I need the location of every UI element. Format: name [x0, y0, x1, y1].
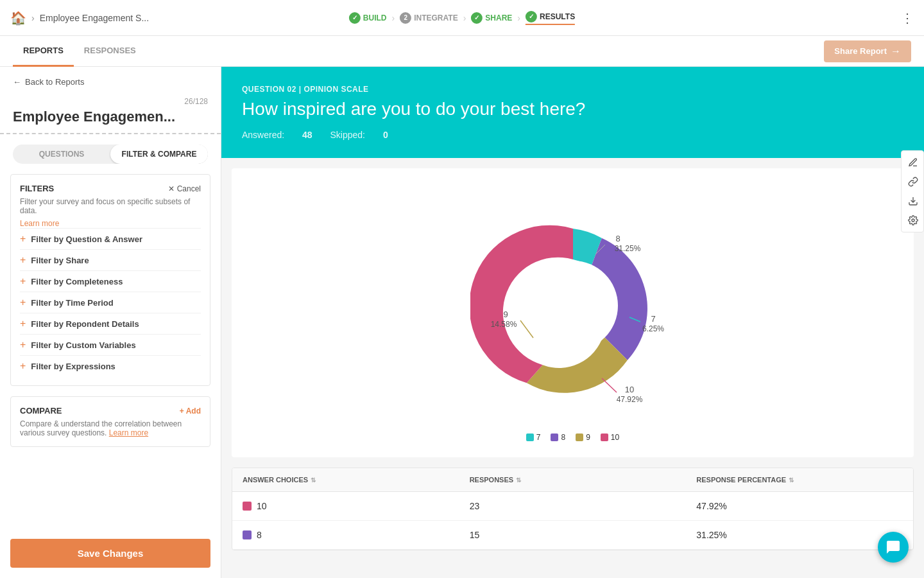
- legend-dot-10: [601, 434, 608, 441]
- more-options-icon[interactable]: ⋮: [901, 10, 914, 26]
- compare-title: COMPARE: [20, 406, 62, 416]
- download-toolbar-button[interactable]: [904, 192, 922, 210]
- label-9-value: 9: [503, 310, 508, 319]
- compare-header: COMPARE + Add: [20, 406, 201, 416]
- filters-panel: FILTERS ✕ Cancel Filter your survey and …: [10, 174, 210, 386]
- question-text: How inspired are you to do your best her…: [242, 99, 886, 119]
- tab-responses[interactable]: RESPONSES: [74, 36, 146, 67]
- sub-nav-tabs: REPORTS RESPONSES: [13, 36, 146, 67]
- label-7-pct: 6.25%: [642, 324, 663, 333]
- filters-description: Filter your survey and focus on specific…: [20, 197, 201, 215]
- sidebar-header: ← Back to Reports: [0, 67, 221, 97]
- chart-legend: 7 8 9 10: [247, 433, 898, 442]
- label-10-line: [602, 378, 617, 392]
- compare-add-button[interactable]: + Add: [180, 407, 201, 416]
- filter-time-period-label: Filter by Time Period: [31, 298, 113, 308]
- th-responses[interactable]: RESPONSES ⇅: [459, 468, 687, 491]
- filter-time-period[interactable]: + Filter by Time Period: [20, 292, 201, 313]
- filter-question-answer-label: Filter by Question & Answer: [31, 234, 142, 244]
- edit-toolbar-button[interactable]: [904, 153, 922, 171]
- compare-learn-more-link[interactable]: Learn more: [109, 428, 148, 437]
- filters-learn-more-link[interactable]: Learn more: [20, 219, 59, 228]
- filter-respondent-details[interactable]: + Filter by Repondent Details: [20, 313, 201, 334]
- settings-toolbar-button[interactable]: [904, 211, 922, 229]
- save-btn-wrap: Save Changes: [0, 529, 221, 578]
- color-square-10: [243, 502, 252, 511]
- sort-answer-choices-icon: ⇅: [311, 477, 316, 484]
- sidebar: ← Back to Reports 26/128 Employee Engage…: [0, 67, 221, 578]
- step-share-circle: ✓: [471, 12, 483, 24]
- filters-title: FILTERS: [20, 184, 54, 193]
- home-icon[interactable]: 🏠: [10, 10, 26, 26]
- share-report-button[interactable]: Share Report →: [824, 40, 911, 62]
- step-build-circle: ✓: [349, 12, 361, 24]
- step-results-circle: ✓: [526, 11, 537, 22]
- legend-item-8: 8: [551, 433, 565, 442]
- toggle-tabs: QUESTIONS FILTER & COMPARE: [13, 144, 208, 164]
- filter-plus-icon-4: +: [20, 297, 26, 308]
- compare-description: Compare & understand the correlation bet…: [20, 419, 201, 437]
- compare-panel: COMPARE + Add Compare & understand the c…: [10, 396, 210, 447]
- step-results-label: RESULTS: [540, 12, 575, 21]
- filter-question-answer[interactable]: + Filter by Question & Answer: [20, 228, 201, 249]
- td-pct-10: 47.92%: [686, 492, 913, 520]
- step-results[interactable]: ✓ RESULTS: [526, 11, 575, 25]
- answered-stat: Answered: 48: [242, 130, 315, 140]
- svg-point-1: [912, 219, 914, 222]
- filter-custom-variables-label: Filter by Custom Variables: [31, 340, 135, 350]
- td-answer-10: 10: [232, 492, 459, 520]
- chat-button[interactable]: [878, 532, 909, 563]
- filter-completeness[interactable]: + Filter by Completeness: [20, 270, 201, 292]
- back-to-reports-link[interactable]: ← Back to Reports: [13, 77, 85, 87]
- share-report-arrow-icon: →: [891, 46, 901, 57]
- data-table: ANSWER CHOICES ⇅ RESPONSES ⇅ RESPONSE PE…: [232, 468, 914, 550]
- step-integrate[interactable]: 2 INTEGRATE: [400, 12, 458, 24]
- th-answer-choices[interactable]: ANSWER CHOICES ⇅: [232, 468, 459, 491]
- label-7-value: 7: [651, 314, 655, 324]
- legend-item-10: 10: [601, 433, 619, 442]
- cancel-filters-button[interactable]: ✕ Cancel: [168, 184, 201, 193]
- skipped-stat: Skipped: 0: [330, 130, 388, 140]
- step-arrow-1: ›: [392, 13, 395, 23]
- tab-questions[interactable]: QUESTIONS: [13, 144, 110, 164]
- sub-nav: REPORTS RESPONSES Share Report →: [0, 36, 924, 67]
- legend-label-8: 8: [561, 433, 565, 442]
- legend-label-9: 9: [586, 433, 590, 442]
- step-share[interactable]: ✓ SHARE: [471, 12, 512, 24]
- donut-chart: 8 31.25% 7 6.25% 9 14.58% 10 47.92%: [470, 203, 676, 408]
- main-layout: ← Back to Reports 26/128 Employee Engage…: [0, 67, 924, 578]
- td-answer-8: 8: [232, 521, 459, 549]
- tab-reports[interactable]: REPORTS: [13, 36, 74, 67]
- page-count: 26/128: [0, 97, 221, 106]
- filter-share-label: Filter by Share: [31, 256, 89, 265]
- link-toolbar-button[interactable]: [904, 173, 922, 191]
- filter-completeness-label: Filter by Completeness: [31, 277, 123, 286]
- legend-label-10: 10: [611, 433, 619, 442]
- step-share-label: SHARE: [485, 13, 512, 22]
- th-response-percentage[interactable]: RESPONSE PERCENTAGE ⇅: [686, 468, 913, 491]
- main-content: QUESTION 02 | OPINION SCALE How inspired…: [221, 67, 924, 578]
- tab-filter-compare[interactable]: FILTER & COMPARE: [110, 144, 208, 164]
- breadcrumb-chevron: ›: [31, 13, 35, 23]
- save-changes-button[interactable]: Save Changes: [10, 539, 210, 568]
- question-stats: Answered: 48 Skipped: 0: [242, 130, 886, 140]
- label-10-value: 10: [624, 385, 633, 394]
- step-build[interactable]: ✓ BUILD: [349, 12, 387, 24]
- skipped-value: 0: [383, 130, 388, 140]
- donut-center: [528, 261, 618, 351]
- filter-expressions-label: Filter by Expressions: [31, 362, 116, 371]
- filter-plus-icon-3: +: [20, 276, 26, 287]
- side-toolbar: [901, 150, 924, 232]
- sort-responses-icon: ⇅: [516, 477, 521, 484]
- step-nav: ✓ BUILD › 2 INTEGRATE › ✓ SHARE › ✓ RESU…: [349, 11, 575, 25]
- step-arrow-3: ›: [517, 13, 520, 23]
- filter-expressions[interactable]: + Filter by Expressions: [20, 355, 201, 376]
- filter-custom-variables[interactable]: + Filter by Custom Variables: [20, 334, 201, 355]
- legend-dot-7: [526, 434, 534, 441]
- survey-title: Employee Engagemen...: [0, 106, 221, 134]
- td-responses-10: 23: [459, 492, 687, 520]
- filter-respondent-details-label: Filter by Repondent Details: [31, 319, 139, 329]
- question-card: QUESTION 02 | OPINION SCALE How inspired…: [221, 67, 924, 158]
- filter-share[interactable]: + Filter by Share: [20, 249, 201, 270]
- table-header: ANSWER CHOICES ⇅ RESPONSES ⇅ RESPONSE PE…: [232, 468, 913, 492]
